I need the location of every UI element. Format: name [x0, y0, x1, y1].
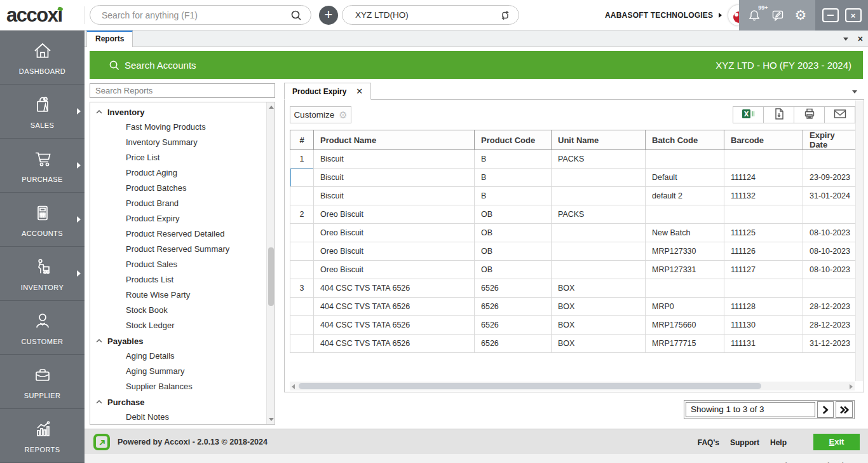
table-cell[interactable]: OB	[475, 224, 552, 242]
table-cell[interactable]: MRP127331	[646, 261, 724, 279]
table-row[interactable]: Oreo BiscuitOBMRP12733111112708-10-2023	[290, 261, 857, 279]
tab-list-dropdown-icon[interactable]	[843, 38, 848, 41]
table-cell[interactable]: Oreo Biscuit	[314, 261, 475, 279]
horizontal-scrollbar[interactable]	[290, 382, 855, 390]
tree-item-route-wise-party[interactable]: Route Wise Party	[90, 287, 266, 303]
table-cell[interactable]: BOX	[552, 335, 646, 353]
table-cell[interactable]	[290, 169, 314, 187]
table-cell[interactable]	[552, 242, 646, 261]
table-cell[interactable]: 3	[290, 279, 314, 298]
column-header-num[interactable]: #	[290, 130, 314, 150]
table-cell[interactable]	[646, 150, 724, 169]
tab-strip-close-icon[interactable]: ×	[858, 33, 863, 45]
scroll-right-icon[interactable]	[850, 384, 853, 389]
table-cell[interactable]	[290, 298, 314, 316]
bell-icon[interactable]: 99+	[748, 9, 761, 22]
table-cell[interactable]: 2	[290, 205, 314, 224]
table-cell[interactable]: 6526	[475, 279, 552, 298]
table-cell[interactable]: B	[475, 187, 552, 205]
table-cell[interactable]: 08-10-2023	[803, 242, 857, 261]
last-page-button[interactable]	[836, 401, 853, 418]
table-cell[interactable]: Oreo Biscuit	[314, 224, 475, 242]
scroll-up-icon[interactable]	[269, 106, 274, 109]
tree-item-inventory-summary[interactable]: Inventory Summary	[90, 135, 266, 150]
table-cell[interactable]	[290, 242, 314, 261]
table-cell[interactable]	[646, 279, 724, 298]
pdf-export-button[interactable]	[763, 106, 794, 123]
company-selector[interactable]: XYZ LTD(HO)	[342, 5, 519, 25]
tab-close-icon[interactable]: ✕	[356, 86, 363, 96]
table-row[interactable]: 404 CSC TVS TATA 65266526BOXMRP177715111…	[290, 335, 857, 353]
table-cell[interactable]: Biscuit	[314, 169, 475, 187]
exit-button[interactable]: Exit	[813, 434, 860, 450]
global-search-input[interactable]	[90, 10, 290, 20]
tree-item-product-reserved-detailed[interactable]: Product Reserved Detailed	[90, 226, 266, 242]
table-row[interactable]: 2Oreo BiscuitOBPACKS	[290, 205, 857, 224]
tree-item-products-list[interactable]: Products List	[90, 272, 266, 287]
table-cell[interactable]: 404 CSC TVS TATA 6526	[314, 316, 475, 335]
account-menu[interactable]: AABASOFT TECHNOLOGIES	[605, 0, 749, 31]
sidebar-item-accounts[interactable]: ACCOUNTS	[0, 193, 85, 247]
report-tabs-dropdown-icon[interactable]	[852, 90, 857, 93]
excel-export-button[interactable]: X	[733, 106, 764, 123]
scroll-down-icon[interactable]	[269, 418, 274, 421]
table-cell[interactable]: 08-10-2023	[803, 261, 857, 279]
tree-item-product-expiry[interactable]: Product Expiry	[90, 211, 266, 226]
next-page-button[interactable]	[817, 401, 834, 418]
scroll-left-icon[interactable]	[292, 384, 295, 389]
minimize-icon[interactable]	[822, 8, 839, 22]
table-cell[interactable]: OB	[475, 261, 552, 279]
table-cell[interactable]: MRP175660	[646, 316, 724, 335]
table-cell[interactable]: 6526	[475, 298, 552, 316]
table-cell[interactable]	[724, 205, 803, 224]
column-header-product-code[interactable]: Product Code	[475, 130, 552, 150]
email-button[interactable]	[824, 106, 855, 123]
column-header-expiry-date[interactable]: Expiry Date	[803, 130, 857, 150]
column-header-unit-name[interactable]: Unit Name	[552, 130, 646, 150]
table-cell[interactable]	[724, 279, 803, 298]
tree-item-product-batches[interactable]: Product Batches	[90, 181, 266, 196]
tab-reports[interactable]: Reports	[86, 31, 133, 47]
table-row[interactable]: Oreo BiscuitOBNew Batch11112508-10-2023	[290, 224, 857, 242]
sidebar-item-purchase[interactable]: PURCHASE	[0, 139, 85, 193]
table-cell[interactable]	[724, 150, 803, 169]
customize-button[interactable]: Customize ⚙	[290, 106, 351, 123]
table-cell[interactable]: 31-12-2023	[803, 335, 857, 353]
tree-item-stock-book[interactable]: Stock Book	[90, 303, 266, 318]
vertical-scrollbar[interactable]	[855, 100, 863, 381]
column-header-barcode[interactable]: Barcode	[724, 130, 803, 150]
switch-company-icon[interactable]	[499, 10, 511, 21]
table-cell[interactable]	[290, 224, 314, 242]
table-cell[interactable]: 404 CSC TVS TATA 6526	[314, 335, 475, 353]
table-cell[interactable]: 111126	[724, 242, 803, 261]
table-cell[interactable]: 08-10-2023	[803, 224, 857, 242]
table-cell[interactable]	[646, 205, 724, 224]
sidebar-item-dashboard[interactable]: DASHBOARD	[0, 31, 85, 85]
tree-scrollbar[interactable]	[266, 102, 275, 424]
table-cell[interactable]: OB	[475, 242, 552, 261]
print-button[interactable]	[794, 106, 825, 123]
tree-item-product-sales[interactable]: Product Sales	[90, 257, 266, 272]
tree-item-supplier-balances[interactable]: Supplier Balances	[90, 379, 266, 394]
table-cell[interactable]: 111124	[724, 169, 803, 187]
sidebar-item-customer[interactable]: CUSTOMER	[0, 301, 85, 355]
table-cell[interactable]: MRP0	[646, 298, 724, 316]
table-cell[interactable]: BOX	[552, 316, 646, 335]
table-cell[interactable]: 1	[290, 150, 314, 169]
table-cell[interactable]: 6526	[475, 335, 552, 353]
table-cell[interactable]	[803, 279, 857, 298]
table-row[interactable]: 404 CSC TVS TATA 65266526BOXMRP175660111…	[290, 316, 857, 335]
table-cell[interactable]: 31-01-2024	[803, 187, 857, 205]
table-cell[interactable]: 111132	[724, 187, 803, 205]
table-cell[interactable]: PACKS	[552, 205, 646, 224]
close-icon[interactable]: ×	[845, 8, 862, 22]
scrollbar-thumb[interactable]	[299, 383, 761, 389]
table-cell[interactable]: 111128	[724, 298, 803, 316]
tree-item-aging-summary[interactable]: Aging Summary	[90, 364, 266, 379]
tree-item-debit-notes[interactable]: Debit Notes	[90, 410, 266, 425]
table-cell[interactable]: PACKS	[552, 150, 646, 169]
table-cell[interactable]: B	[475, 169, 552, 187]
scrollbar-thumb[interactable]	[268, 247, 274, 306]
table-cell[interactable]: 28-12-2023	[803, 316, 857, 335]
search-reports-input[interactable]	[90, 83, 275, 98]
